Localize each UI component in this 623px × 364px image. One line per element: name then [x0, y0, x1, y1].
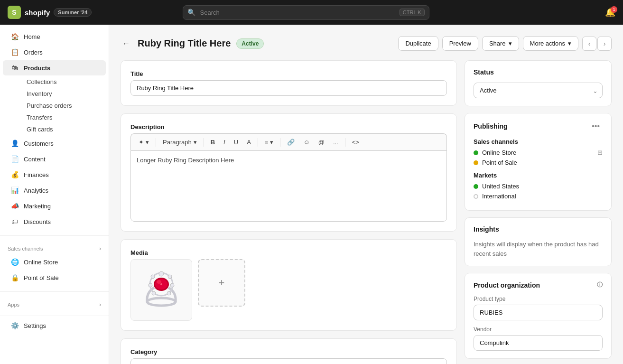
rte-code-button[interactable]: <>: [348, 137, 363, 148]
page-title: Ruby Ring Title Here: [138, 38, 231, 49]
products-submenu: Collections Inventory Purchase orders Tr…: [0, 76, 109, 135]
sidebar-item-products[interactable]: 🛍 Products: [3, 60, 106, 75]
share-button[interactable]: Share ▾: [482, 36, 519, 51]
rte-toolbar: ✦ ▾ Paragraph ▾ B I U A: [130, 133, 447, 150]
sidebar-item-content[interactable]: 📄 Content: [3, 151, 106, 167]
product-header: ← Ruby Ring Title Here Active Duplicate …: [121, 36, 612, 51]
top-nav: S shopify Summer '24 🔍 CTRL K 🔔 1: [0, 0, 623, 25]
sales-channels-label: Sales channels ›: [0, 242, 109, 254]
prev-product-button[interactable]: ‹: [582, 37, 596, 51]
intl-market-label: International: [482, 193, 516, 200]
rte-underline-button[interactable]: U: [230, 137, 242, 148]
organization-title: Product organization ⓘ: [474, 281, 603, 289]
share-chevron-icon: ▾: [509, 40, 512, 47]
sales-channels-chevron[interactable]: ›: [99, 245, 101, 252]
description-text: Longer Ruby Ring Description Here: [137, 157, 234, 164]
rte-separator-3: [258, 138, 258, 147]
products-icon: 🛍: [10, 64, 19, 72]
header-actions: Duplicate Preview Share ▾ More actions ▾…: [398, 36, 612, 51]
sidebar-item-pos[interactable]: 🔒 Point of Sale: [3, 270, 106, 285]
analytics-icon: 📊: [10, 186, 19, 195]
rte-paragraph-button[interactable]: Paragraph ▾: [159, 137, 201, 148]
sidebar-item-home[interactable]: 🏠 Home: [3, 29, 106, 44]
content-icon: 📄: [10, 155, 19, 163]
ruby-ring-image: [133, 261, 190, 318]
title-input[interactable]: [130, 80, 447, 96]
marketing-icon: 📣: [10, 202, 19, 210]
svg-point-7: [149, 283, 152, 287]
intl-market-row: International: [474, 193, 603, 200]
preview-button[interactable]: Preview: [442, 36, 478, 51]
apps-label: Apps ›: [0, 298, 109, 310]
content-grid: Title Description ✦ ▾ Paragraph ▾: [121, 60, 612, 364]
sidebar-item-analytics[interactable]: 📊 Analytics: [3, 183, 106, 198]
rte-font-color-button[interactable]: A: [243, 137, 255, 148]
rte-magic-button[interactable]: ✦ ▾: [135, 137, 153, 148]
media-thumbnail-1[interactable]: [130, 259, 192, 321]
rte-mention-button[interactable]: @: [315, 137, 328, 148]
rte-chevron-icon: ▾: [146, 139, 149, 146]
sidebar-item-online-store[interactable]: 🌐 Online Store: [3, 254, 106, 270]
sidebar-item-inventory[interactable]: Inventory: [21, 88, 109, 100]
back-button[interactable]: ←: [121, 37, 132, 50]
sidebar-item-online-store-label: Online Store: [24, 259, 58, 266]
vendor-input[interactable]: [474, 335, 603, 351]
media-add-button[interactable]: +: [198, 259, 245, 307]
sidebar-item-finances[interactable]: 💰 Finances: [3, 167, 106, 182]
us-market-row: United States: [474, 183, 603, 190]
rte-italic-button[interactable]: I: [220, 137, 229, 148]
sidebar-item-home-label: Home: [24, 33, 40, 40]
settings-icon: ⚙️: [10, 321, 19, 330]
sidebar-item-discounts[interactable]: 🏷 Discounts: [3, 214, 106, 229]
category-select[interactable]: [130, 358, 447, 364]
rte-align-button[interactable]: ≡ ▾: [261, 137, 278, 148]
nav-right: 🔔 1: [605, 7, 615, 18]
active-badge: Active: [236, 38, 264, 49]
next-product-button[interactable]: ›: [597, 37, 612, 51]
more-actions-button[interactable]: More actions ▾: [523, 36, 578, 51]
rte-emoji-button[interactable]: ☺: [299, 137, 313, 148]
insights-title: Insights: [474, 225, 603, 233]
paragraph-chevron-icon: ▾: [194, 139, 197, 146]
product-type-input[interactable]: [474, 305, 603, 320]
duplicate-button[interactable]: Duplicate: [398, 36, 438, 51]
sidebar-item-discounts-label: Discounts: [24, 218, 51, 225]
svg-point-3: [168, 275, 172, 279]
shopify-logo-icon: S: [8, 6, 21, 19]
publishing-more-button[interactable]: •••: [589, 121, 603, 131]
more-actions-chevron-icon: ▾: [568, 40, 571, 47]
markets-sublabel: Markets: [474, 172, 603, 179]
online-store-publish-icon[interactable]: ⊟: [597, 149, 603, 156]
apps-section: Apps ›: [0, 294, 109, 314]
media-card: Media: [121, 239, 457, 331]
nav-arrows: ‹ ›: [582, 37, 612, 51]
apps-chevron[interactable]: ›: [99, 301, 101, 308]
search-input[interactable]: [183, 5, 429, 20]
rte-link-button[interactable]: 🔗: [283, 137, 298, 148]
rte-bold-button[interactable]: B: [207, 137, 219, 148]
notifications-button[interactable]: 🔔 1: [605, 7, 615, 18]
rte-separator-5: [345, 138, 345, 147]
sidebar-item-gift-cards[interactable]: Gift cards: [21, 123, 109, 135]
svg-point-0: [147, 298, 176, 306]
sidebar-item-orders[interactable]: 📋 Orders: [3, 45, 106, 60]
sidebar-item-transfers[interactable]: Transfers: [21, 112, 109, 123]
right-column: Status Active Draft Archived ⌄ Publishin…: [465, 60, 612, 364]
title-card: Title: [121, 60, 457, 106]
sidebar-item-purchase-orders[interactable]: Purchase orders: [21, 100, 109, 112]
status-select[interactable]: Active Draft Archived: [474, 83, 603, 98]
finances-icon: 💰: [10, 170, 19, 179]
rte-more-button[interactable]: ...: [329, 137, 342, 148]
online-store-icon: 🌐: [10, 258, 19, 266]
description-editor[interactable]: Longer Ruby Ring Description Here: [130, 150, 447, 222]
orders-icon: 📋: [10, 48, 19, 56]
us-market-label: United States: [482, 183, 519, 190]
sidebar-item-customers[interactable]: 👤 Customers: [3, 136, 106, 151]
sidebar-item-marketing[interactable]: 📣 Marketing: [3, 198, 106, 214]
logo-label: shopify: [25, 9, 50, 17]
sidebar-item-settings[interactable]: ⚙️ Settings: [3, 318, 106, 333]
description-label: Description: [130, 123, 447, 131]
sales-channels-section: Sales channels › 🌐 Online Store 🔒 Point …: [0, 238, 109, 289]
organization-info-icon: ⓘ: [597, 281, 603, 289]
sidebar-item-collections[interactable]: Collections: [21, 76, 109, 88]
